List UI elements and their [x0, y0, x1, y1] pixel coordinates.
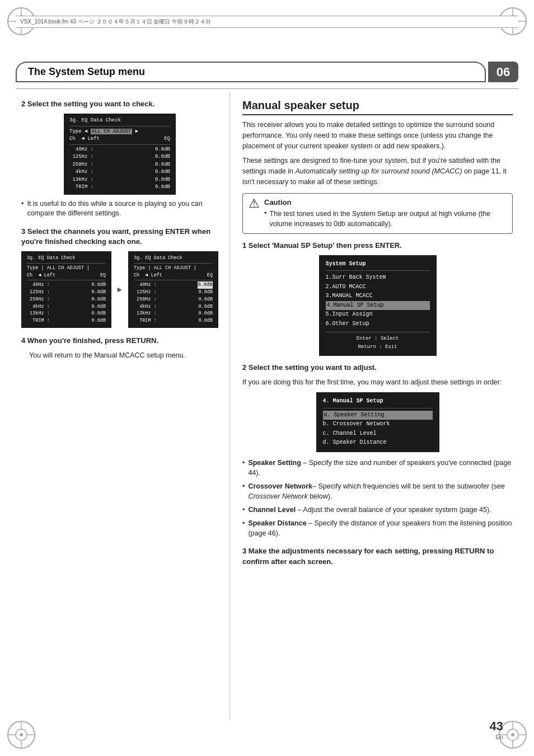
caution-text-wrapper: • The test tones used in the System Setu…	[264, 209, 507, 229]
caution-box: ⚠ Caution • The test tones used in the S…	[242, 193, 513, 234]
caution-title: Caution	[264, 198, 507, 206]
title-underline	[16, 88, 518, 89]
ss-footer: Enter : Select Return : Exit	[326, 332, 430, 351]
arrow-between-screens: ►	[116, 251, 124, 328]
left-step4-body: You will return to the Manual MCACC setu…	[29, 350, 218, 361]
caution-content: Caution • The test tones used in the Sys…	[264, 198, 507, 229]
bullet-crossover-network: Crossover Network– Specify which frequen…	[242, 481, 513, 501]
svg-point-16	[20, 733, 23, 736]
eq-screen-1: 3g. EQ Data Check Type ◄ ALL CH ADJUST ►…	[64, 114, 176, 195]
left-step2-bullet: It is useful to do this while a source i…	[21, 199, 218, 219]
page-en: En	[490, 734, 503, 740]
right-step3: 3 Make the adjustments necessary for eac…	[242, 546, 513, 566]
chapter-number: 06	[496, 65, 510, 79]
bullet-speaker-distance: Speaker Distance – Specify the distance …	[242, 518, 513, 538]
left-step3: 3 Select the channels you want, pressing…	[21, 227, 218, 328]
left-step4-heading: 4 When you're finished, press RETURN.	[21, 336, 218, 346]
right-step2-heading: 2 Select the setting you want to adjust.	[242, 363, 513, 373]
sp-setup-screen: 4. Manual SP Setup a. Speaker Setting b.…	[316, 392, 439, 452]
left-step2: 2 Select the setting you want to check. …	[21, 99, 218, 219]
ss-item-4-highlighted: 4.Manual SP Setup	[326, 301, 430, 311]
eq-screens-pair: 3g. EQ Data Check Type | ALL CH ADJUST |…	[21, 251, 218, 328]
ss-item-6: 6.Other Setup	[326, 320, 430, 329]
left-step4: 4 When you're finished, press RETURN. Yo…	[21, 336, 218, 361]
left-step3-heading: 3 Select the channels you want, pressing…	[21, 227, 218, 247]
bullet-channel-level: Channel Level – Adjust the overall balan…	[242, 505, 513, 515]
corner-decoration-bl	[4, 718, 38, 752]
caution-text: The test tones used in the System Setup …	[270, 209, 507, 229]
right-step2-body: If you are doing this for the first time…	[242, 377, 513, 388]
main-content: 2 Select the setting you want to check. …	[16, 92, 518, 720]
bullet-speaker-setting: Speaker Setting – Specify the size and n…	[242, 458, 513, 478]
left-step2-heading: 2 Select the setting you want to check.	[21, 99, 218, 109]
ss-item-2: 2.AUTO MCACC	[326, 283, 430, 292]
right-step3-heading: 3 Make the adjustments necessary for eac…	[242, 546, 513, 566]
eq-screen-2: 3g. EQ Data Check Type | ALL CH ADJUST |…	[21, 251, 111, 328]
right-step1: 1 Select 'Manual SP Setup' then press EN…	[242, 241, 513, 356]
page-number-section: 43 En	[490, 719, 503, 740]
ss-item-5: 5.Input Assign	[326, 310, 430, 320]
section-title: Manual speaker setup	[242, 99, 513, 115]
right-step2: 2 Select the setting you want to adjust.…	[242, 363, 513, 452]
page-title-box: The System Setup menu	[16, 62, 486, 82]
ss-item-1: 1.Surr Back System	[326, 273, 430, 283]
ss-item-3: 3.MANUAL MCACC	[326, 292, 430, 301]
right-column: Manual speaker setup This receiver allow…	[231, 92, 518, 720]
sp-item-3: c. Channel Level	[323, 429, 433, 439]
svg-point-23	[511, 733, 514, 736]
sp-item-1-highlighted: a. Speaker Setting	[323, 411, 433, 420]
eq-screen-3: 3g. EQ Data Check Type | ALL CH ADJUST |…	[128, 251, 218, 328]
right-step1-heading: 1 Select 'Manual SP Setup' then press EN…	[242, 241, 513, 251]
right-intro2: These settings are designed to fine-tune…	[242, 156, 513, 187]
file-info-text: VSX_1014.book.fm 43 ページ ２００４年５月１４日 金曜日 午…	[20, 18, 211, 26]
column-divider	[229, 92, 230, 720]
left-column: 2 Select the setting you want to check. …	[16, 92, 228, 720]
page-title: The System Setup menu	[28, 66, 145, 78]
caution-icon: ⚠	[249, 196, 260, 211]
sp-item-2: b. Crossover Network	[323, 420, 433, 429]
chapter-number-box: 06	[488, 62, 518, 82]
right-bullets: Speaker Setting – Specify the size and n…	[242, 458, 513, 539]
system-setup-screen: System Setup 1.Surr Back System 2.AUTO M…	[319, 255, 437, 356]
right-intro1: This receiver allows you to make detaile…	[242, 120, 513, 151]
page-number: 43	[490, 719, 503, 734]
file-info-bar: VSX_1014.book.fm 43 ページ ２００４年５月１４日 金曜日 午…	[16, 16, 518, 28]
page-title-section: The System Setup menu 06	[16, 62, 518, 82]
sp-item-4: d. Speaker Distance	[323, 438, 433, 448]
